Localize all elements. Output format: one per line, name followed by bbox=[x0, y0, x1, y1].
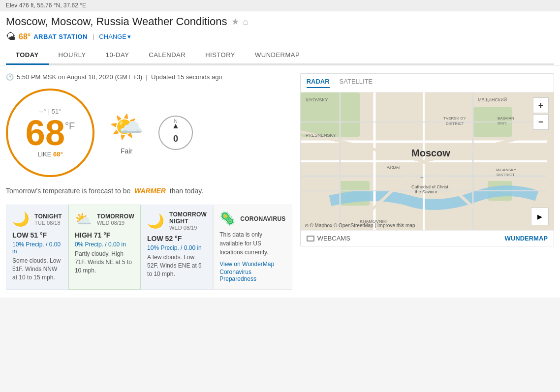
svg-text:BASMAN: BASMAN bbox=[498, 116, 514, 121]
page-title: Moscow, Moscow, Russia Weather Condition… bbox=[6, 15, 227, 28]
tomorrow-temp: HIGH 71 °F bbox=[75, 231, 134, 239]
wind-speed-value: 0 bbox=[173, 134, 178, 144]
tab-10day[interactable]: 10-DAY bbox=[96, 46, 139, 65]
svg-text:ШYOVSKY: ШYOVSKY bbox=[306, 97, 328, 102]
navigation-tabs: TODAY HOURLY 10-DAY CALENDAR HISTORY WUN… bbox=[6, 46, 554, 65]
map-container: RADAR SATELLITE bbox=[300, 73, 554, 246]
svg-text:the Saviour: the Saviour bbox=[415, 189, 437, 194]
tomorrow-night-precip[interactable]: 10% Precip. / 0.00 in bbox=[147, 244, 207, 251]
radar-tab[interactable]: RADAR bbox=[307, 78, 330, 88]
map-svg: ШYOVSKY МЕЩАНСКИЙ TVERSK OY DISTRICT BAS… bbox=[301, 92, 554, 230]
temperature-circle: --° | 51° 68 °F LIKE 68° bbox=[6, 89, 94, 177]
compass-arrow-icon: ▲ bbox=[172, 121, 180, 130]
map-zoom-controls: + − bbox=[533, 97, 549, 130]
tonight-temp: LOW 51 °F bbox=[12, 231, 62, 239]
change-station-button[interactable]: CHANGE ▾ bbox=[99, 33, 131, 40]
svg-text:ARBAT: ARBAT bbox=[387, 165, 402, 170]
map-view: ШYOVSKY МЕЩАНСКИЙ TVERSK OY DISTRICT BAS… bbox=[301, 92, 554, 230]
webcams-button[interactable]: WEBCAMS bbox=[307, 235, 350, 242]
current-temp-badge: 68° bbox=[19, 32, 31, 41]
zoom-in-button[interactable]: + bbox=[533, 97, 549, 113]
tab-wundermap[interactable]: WUNDERMAP bbox=[245, 46, 310, 65]
coronavirus-icon: 🦠 bbox=[219, 211, 235, 226]
tomorrow-night-icon: 🌙 bbox=[147, 213, 164, 229]
wundermap-link[interactable]: WUNDERMAP bbox=[505, 235, 548, 242]
tomorrow-icon: ⛅ bbox=[75, 211, 92, 227]
right-panel: RADAR SATELLITE bbox=[300, 73, 554, 290]
svg-text:Cathedral of Christ: Cathedral of Christ bbox=[411, 184, 449, 189]
svg-text:МЕЩАНСКИЙ: МЕЩАНСКИЙ bbox=[478, 97, 507, 102]
tomorrow-desc: Partly cloudy. High 71F. Winds NE at 5 t… bbox=[75, 250, 134, 274]
temp-unit: °F bbox=[65, 121, 75, 131]
favorite-star-icon[interactable]: ★ bbox=[231, 16, 239, 27]
svg-text:+: + bbox=[420, 175, 424, 181]
svg-text:DISTRICT: DISTRICT bbox=[446, 121, 464, 126]
elevation-text: Elev 476 ft, 55.76 °N, 37.62 °E bbox=[6, 2, 86, 9]
svg-text:DISTRICT: DISTRICT bbox=[497, 173, 515, 177]
tab-history[interactable]: HISTORY bbox=[195, 46, 245, 65]
sun-icon: 🌤 bbox=[6, 31, 16, 42]
satellite-tab[interactable]: SATELLITE bbox=[340, 78, 373, 88]
wind-compass: N ▲ 0 bbox=[158, 116, 193, 150]
station-bar: 🌤 68° ARBAT STATION | CHANGE ▾ bbox=[6, 31, 554, 42]
webcam-icon bbox=[307, 236, 314, 241]
station-name[interactable]: ARBAT STATION bbox=[33, 33, 88, 40]
zoom-out-button[interactable]: − bbox=[533, 114, 549, 130]
timestamp-text: 5:50 PM MSK on August 18, 2020 (GMT +3) … bbox=[17, 73, 222, 81]
mapbox-logo: ⊙ bbox=[305, 223, 310, 228]
condition-text: Fair bbox=[121, 147, 132, 155]
tomorrow-night-temp: LOW 52 °F bbox=[147, 235, 207, 242]
location-title-row: Moscow, Moscow, Russia Weather Condition… bbox=[6, 15, 554, 28]
tomorrow-date: WED 08/19 bbox=[97, 220, 134, 226]
tonight-desc: Some clouds. Low 51F. Winds NNW at 10 to… bbox=[12, 257, 62, 281]
preparedness-link[interactable]: Coronavirus Preparedness bbox=[219, 269, 285, 282]
divider: | bbox=[93, 33, 94, 40]
wundermap-corona-link[interactable]: View on WunderMap bbox=[219, 261, 285, 268]
main-content: 🕐 5:50 PM MSK on August 18, 2020 (GMT +3… bbox=[0, 65, 560, 298]
tab-today[interactable]: TODAY bbox=[6, 46, 49, 65]
weather-condition: 🌤️ Fair bbox=[109, 111, 144, 155]
svg-text:Moscow: Moscow bbox=[411, 148, 450, 158]
coronavirus-description: This data is only available for US locat… bbox=[219, 230, 285, 257]
main-temperature: 68 bbox=[26, 115, 65, 151]
tonight-title: TONIGHT bbox=[34, 213, 62, 220]
tomorrow-night-desc: A few clouds. Low 52F. Winds ENE at 5 to… bbox=[147, 253, 207, 278]
page-header: Moscow, Moscow, Russia Weather Condition… bbox=[0, 11, 560, 65]
home-icon[interactable]: ⌂ bbox=[243, 17, 249, 27]
svg-text:PRESNENSKY: PRESNENSKY bbox=[306, 133, 336, 138]
webcams-label: WEBCAMS bbox=[317, 235, 350, 242]
forecast-text: Tomorrow's temperature is forecast to be… bbox=[6, 187, 292, 195]
tonight-icon: 🌙 bbox=[12, 211, 30, 227]
forecast-card-tomorrow: ⛅ TOMORROW WED 08/19 HIGH 71 °F 0% Preci… bbox=[68, 205, 141, 290]
tab-hourly[interactable]: HOURLY bbox=[49, 46, 96, 65]
left-panel: 🕐 5:50 PM MSK on August 18, 2020 (GMT +3… bbox=[6, 73, 292, 290]
tomorrow-title: TOMORROW bbox=[97, 213, 134, 220]
map-credit: ⊙ © Mapbox © OpenStreetMap | Improve thi… bbox=[305, 223, 415, 228]
svg-text:TAGANSKY: TAGANSKY bbox=[495, 168, 517, 172]
tonight-precip[interactable]: 10% Precip. / 0.00 in bbox=[12, 241, 62, 255]
warmer-label: WARMER bbox=[134, 187, 166, 195]
main-temp-display: 68 °F bbox=[26, 115, 75, 151]
svg-text:DIST.: DIST. bbox=[498, 121, 507, 125]
condition-icon: 🌤️ bbox=[109, 111, 144, 143]
feels-like: LIKE 68° bbox=[37, 151, 62, 158]
coronavirus-title: CORONAVIRUS bbox=[240, 215, 285, 222]
tab-calendar[interactable]: CALENDAR bbox=[139, 46, 195, 65]
clock-icon: 🕐 bbox=[6, 73, 14, 81]
elevation-bar: Elev 476 ft, 55.76 °N, 37.62 °E bbox=[0, 0, 560, 11]
tomorrow-precip[interactable]: 0% Precip. / 0.00 in bbox=[75, 241, 134, 248]
coronavirus-card: 🦠 CORONAVIRUS This data is only availabl… bbox=[213, 205, 292, 290]
svg-text:TVERSK OY: TVERSK OY bbox=[443, 116, 466, 121]
weather-main: --° | 51° 68 °F LIKE 68° 🌤️ Fair bbox=[6, 89, 292, 177]
map-play-area: ▶ bbox=[531, 208, 549, 225]
tomorrow-night-date: WED 08/19 bbox=[169, 225, 207, 231]
timestamp-row: 🕐 5:50 PM MSK on August 18, 2020 (GMT +3… bbox=[6, 73, 292, 81]
map-footer: WEBCAMS WUNDERMAP bbox=[301, 230, 554, 246]
tonight-date: TUE 08/18 bbox=[34, 220, 62, 226]
forecast-card-tonight: 🌙 TONIGHT TUE 08/18 LOW 51 °F 10% Precip… bbox=[6, 205, 68, 290]
tomorrow-night-title: TOMORROW NIGHT bbox=[169, 211, 207, 225]
forecast-card-tomorrow-night: 🌙 TOMORROW NIGHT WED 08/19 LOW 52 °F 10%… bbox=[141, 205, 213, 290]
compass-dial: N ▲ 0 bbox=[158, 116, 193, 150]
map-tabs: RADAR SATELLITE bbox=[301, 74, 554, 92]
play-button[interactable]: ▶ bbox=[531, 208, 549, 225]
